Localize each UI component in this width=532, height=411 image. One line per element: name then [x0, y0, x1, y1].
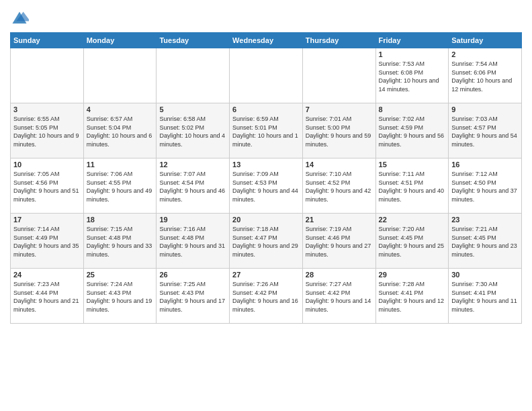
- calendar-cell: 10Sunrise: 7:05 AM Sunset: 4:56 PM Dayli…: [11, 158, 84, 214]
- day-number: 17: [13, 216, 81, 224]
- calendar-header: SundayMondayTuesdayWednesdayThursdayFrid…: [11, 33, 522, 48]
- calendar-cell: 16Sunrise: 7:12 AM Sunset: 4:50 PM Dayli…: [449, 158, 522, 214]
- day-info: Sunrise: 7:06 AM Sunset: 4:55 PM Dayligh…: [87, 170, 154, 203]
- day-info: Sunrise: 6:57 AM Sunset: 5:04 PM Dayligh…: [87, 115, 154, 148]
- day-info: Sunrise: 7:28 AM Sunset: 4:41 PM Dayligh…: [379, 280, 446, 314]
- day-info: Sunrise: 6:55 AM Sunset: 5:05 PM Dayligh…: [13, 115, 81, 148]
- calendar-cell: 20Sunrise: 7:18 AM Sunset: 4:47 PM Dayli…: [230, 214, 303, 269]
- calendar-cell: 6Sunrise: 6:59 AM Sunset: 5:01 PM Daylig…: [230, 103, 303, 158]
- header-row: SundayMondayTuesdayWednesdayThursdayFrid…: [11, 33, 522, 48]
- day-info: Sunrise: 7:53 AM Sunset: 6:08 PM Dayligh…: [379, 60, 446, 93]
- day-info: Sunrise: 7:05 AM Sunset: 4:56 PM Dayligh…: [13, 170, 81, 203]
- day-info: Sunrise: 6:58 AM Sunset: 5:02 PM Dayligh…: [159, 115, 226, 148]
- calendar-cell: 5Sunrise: 6:58 AM Sunset: 5:02 PM Daylig…: [157, 103, 230, 158]
- week-row-1: 1Sunrise: 7:53 AM Sunset: 6:08 PM Daylig…: [11, 48, 522, 103]
- day-number: 18: [87, 216, 154, 224]
- calendar-cell: 17Sunrise: 7:14 AM Sunset: 4:49 PM Dayli…: [11, 214, 84, 269]
- day-info: Sunrise: 7:03 AM Sunset: 4:57 PM Dayligh…: [451, 115, 519, 148]
- day-info: Sunrise: 7:24 AM Sunset: 4:43 PM Dayligh…: [87, 280, 154, 314]
- calendar-body: 1Sunrise: 7:53 AM Sunset: 6:08 PM Daylig…: [11, 48, 522, 324]
- day-info: Sunrise: 7:07 AM Sunset: 4:54 PM Dayligh…: [159, 170, 226, 203]
- day-info: Sunrise: 7:14 AM Sunset: 4:49 PM Dayligh…: [13, 225, 81, 259]
- day-info: Sunrise: 7:30 AM Sunset: 4:41 PM Dayligh…: [451, 280, 519, 314]
- day-number: 23: [451, 216, 519, 224]
- calendar-cell: 8Sunrise: 7:02 AM Sunset: 4:59 PM Daylig…: [375, 103, 449, 158]
- calendar-cell: 9Sunrise: 7:03 AM Sunset: 4:57 PM Daylig…: [449, 103, 522, 158]
- calendar-cell: 28Sunrise: 7:27 AM Sunset: 4:42 PM Dayli…: [302, 269, 375, 324]
- page-container: SundayMondayTuesdayWednesdayThursdayFrid…: [0, 0, 532, 327]
- day-info: Sunrise: 6:59 AM Sunset: 5:01 PM Dayligh…: [232, 115, 300, 148]
- calendar-cell: 29Sunrise: 7:28 AM Sunset: 4:41 PM Dayli…: [375, 269, 449, 324]
- day-number: 9: [451, 105, 519, 113]
- day-info: Sunrise: 7:09 AM Sunset: 4:53 PM Dayligh…: [232, 170, 300, 203]
- day-number: 30: [451, 271, 519, 279]
- day-info: Sunrise: 7:02 AM Sunset: 4:59 PM Dayligh…: [379, 115, 446, 148]
- calendar-cell: 30Sunrise: 7:30 AM Sunset: 4:41 PM Dayli…: [449, 269, 522, 324]
- calendar-cell: 12Sunrise: 7:07 AM Sunset: 4:54 PM Dayli…: [157, 158, 230, 214]
- header-area: [10, 7, 522, 28]
- day-info: Sunrise: 7:12 AM Sunset: 4:50 PM Dayligh…: [451, 170, 519, 203]
- calendar-cell: [230, 48, 303, 103]
- calendar-cell: [157, 48, 230, 103]
- calendar-cell: [11, 48, 84, 103]
- day-number: 26: [159, 271, 226, 279]
- week-row-4: 17Sunrise: 7:14 AM Sunset: 4:49 PM Dayli…: [11, 214, 522, 269]
- calendar-cell: 2Sunrise: 7:54 AM Sunset: 6:06 PM Daylig…: [449, 48, 522, 103]
- day-info: Sunrise: 7:27 AM Sunset: 4:42 PM Dayligh…: [306, 280, 373, 314]
- weekday-header-tuesday: Tuesday: [157, 33, 230, 48]
- weekday-header-wednesday: Wednesday: [230, 33, 303, 48]
- day-number: 4: [87, 105, 154, 113]
- day-number: 27: [232, 271, 300, 279]
- day-info: Sunrise: 7:54 AM Sunset: 6:06 PM Dayligh…: [451, 60, 519, 93]
- calendar-cell: 18Sunrise: 7:15 AM Sunset: 4:48 PM Dayli…: [83, 214, 157, 269]
- weekday-header-thursday: Thursday: [302, 33, 375, 48]
- day-number: 16: [451, 161, 519, 169]
- logo: [10, 9, 30, 28]
- day-number: 24: [13, 271, 81, 279]
- day-number: 20: [232, 216, 300, 224]
- week-row-3: 10Sunrise: 7:05 AM Sunset: 4:56 PM Dayli…: [11, 158, 522, 214]
- weekday-header-monday: Monday: [83, 33, 157, 48]
- calendar-cell: [83, 48, 157, 103]
- logo-icon: [10, 9, 29, 28]
- day-number: 10: [13, 161, 81, 169]
- calendar-cell: 27Sunrise: 7:26 AM Sunset: 4:42 PM Dayli…: [230, 269, 303, 324]
- calendar-cell: [302, 48, 375, 103]
- calendar-cell: 22Sunrise: 7:20 AM Sunset: 4:45 PM Dayli…: [375, 214, 449, 269]
- calendar-cell: 25Sunrise: 7:24 AM Sunset: 4:43 PM Dayli…: [83, 269, 157, 324]
- calendar-cell: 15Sunrise: 7:11 AM Sunset: 4:51 PM Dayli…: [375, 158, 449, 214]
- weekday-header-friday: Friday: [375, 33, 449, 48]
- calendar-cell: 7Sunrise: 7:01 AM Sunset: 5:00 PM Daylig…: [302, 103, 375, 158]
- day-info: Sunrise: 7:25 AM Sunset: 4:43 PM Dayligh…: [159, 280, 226, 314]
- calendar-cell: 4Sunrise: 6:57 AM Sunset: 5:04 PM Daylig…: [83, 103, 157, 158]
- day-info: Sunrise: 7:10 AM Sunset: 4:52 PM Dayligh…: [306, 170, 373, 203]
- day-info: Sunrise: 7:16 AM Sunset: 4:48 PM Dayligh…: [159, 225, 226, 259]
- weekday-header-sunday: Sunday: [11, 33, 84, 48]
- day-info: Sunrise: 7:23 AM Sunset: 4:44 PM Dayligh…: [13, 280, 81, 314]
- week-row-2: 3Sunrise: 6:55 AM Sunset: 5:05 PM Daylig…: [11, 103, 522, 158]
- day-number: 13: [232, 161, 300, 169]
- calendar-cell: 11Sunrise: 7:06 AM Sunset: 4:55 PM Dayli…: [83, 158, 157, 214]
- day-number: 2: [451, 50, 519, 58]
- calendar-cell: 19Sunrise: 7:16 AM Sunset: 4:48 PM Dayli…: [157, 214, 230, 269]
- calendar-cell: 24Sunrise: 7:23 AM Sunset: 4:44 PM Dayli…: [11, 269, 84, 324]
- day-number: 11: [87, 161, 154, 169]
- calendar-cell: 13Sunrise: 7:09 AM Sunset: 4:53 PM Dayli…: [230, 158, 303, 214]
- day-number: 6: [232, 105, 300, 113]
- calendar-cell: 23Sunrise: 7:21 AM Sunset: 4:45 PM Dayli…: [449, 214, 522, 269]
- day-number: 29: [379, 271, 446, 279]
- calendar-cell: 3Sunrise: 6:55 AM Sunset: 5:05 PM Daylig…: [11, 103, 84, 158]
- day-number: 8: [379, 105, 446, 113]
- day-number: 3: [13, 105, 81, 113]
- week-row-5: 24Sunrise: 7:23 AM Sunset: 4:44 PM Dayli…: [11, 269, 522, 324]
- day-info: Sunrise: 7:20 AM Sunset: 4:45 PM Dayligh…: [379, 225, 446, 259]
- day-info: Sunrise: 7:11 AM Sunset: 4:51 PM Dayligh…: [379, 170, 446, 203]
- day-number: 19: [159, 216, 226, 224]
- calendar-cell: 14Sunrise: 7:10 AM Sunset: 4:52 PM Dayli…: [302, 158, 375, 214]
- calendar-table: SundayMondayTuesdayWednesdayThursdayFrid…: [10, 32, 522, 324]
- day-info: Sunrise: 7:26 AM Sunset: 4:42 PM Dayligh…: [232, 280, 300, 314]
- day-number: 15: [379, 161, 446, 169]
- day-number: 21: [306, 216, 373, 224]
- day-number: 12: [159, 161, 226, 169]
- day-number: 28: [306, 271, 373, 279]
